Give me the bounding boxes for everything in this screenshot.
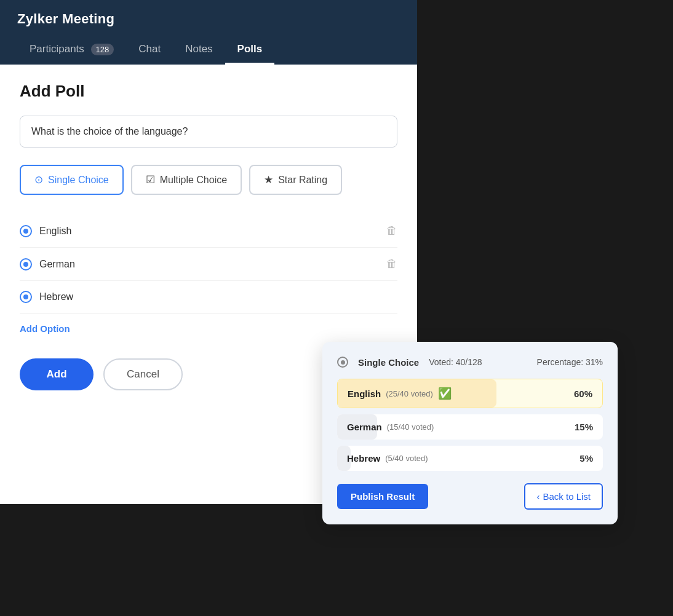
result-item-content-german: German (15/40 voted) xyxy=(347,422,568,432)
option-radio-hebrew xyxy=(20,291,32,303)
page-title: Add Poll xyxy=(20,82,397,101)
result-votes-english: (25/40 voted) xyxy=(386,389,433,398)
option-row: English 🗑 xyxy=(20,215,397,248)
publish-result-button[interactable]: Publish Result xyxy=(337,484,428,509)
option-radio-german xyxy=(20,258,32,270)
results-type-label: Single Choice xyxy=(358,357,419,368)
results-footer: Publish Result ‹ Back to List xyxy=(337,483,603,510)
poll-type-single[interactable]: ⊙ Single Choice xyxy=(20,165,124,195)
result-name-hebrew: Hebrew xyxy=(347,453,380,464)
participants-badge: 128 xyxy=(91,44,114,55)
header: Zylker Meeting Participants 128 Chat Not… xyxy=(0,0,417,65)
result-name-german: German xyxy=(347,422,382,432)
result-votes-hebrew: (5/40 voted) xyxy=(385,454,428,463)
tab-polls[interactable]: Polls xyxy=(225,37,275,65)
star-rating-icon: ★ xyxy=(264,173,273,186)
option-row: German 🗑 xyxy=(20,248,397,281)
tabs-bar: Participants 128 Chat Notes Polls xyxy=(17,37,400,65)
back-icon: ‹ xyxy=(536,491,540,502)
option-label-english: English xyxy=(39,226,379,237)
result-item-english: English (25/40 voted) ✅ 60% xyxy=(337,379,603,408)
poll-type-multiple[interactable]: ☑ Multiple Choice xyxy=(131,165,242,195)
options-list: English 🗑 German 🗑 Hebrew xyxy=(20,215,397,314)
cancel-button[interactable]: Cancel xyxy=(103,358,183,390)
result-item-content-english: English (25/40 voted) ✅ xyxy=(348,387,568,400)
tab-participants[interactable]: Participants 128 xyxy=(17,37,126,65)
delete-option-german[interactable]: 🗑 xyxy=(386,258,397,270)
question-input[interactable] xyxy=(20,116,397,148)
multiple-choice-icon: ☑ xyxy=(146,173,155,186)
option-label-hebrew: Hebrew xyxy=(39,291,397,302)
results-voted: Voted: 40/128 xyxy=(429,357,482,367)
winner-check-icon: ✅ xyxy=(438,387,452,400)
poll-types-group: ⊙ Single Choice ☑ Multiple Choice ★ Star… xyxy=(20,165,397,195)
result-pct-german: 15% xyxy=(575,422,593,432)
poll-type-star[interactable]: ★ Star Rating xyxy=(249,165,342,195)
tab-chat[interactable]: Chat xyxy=(126,37,173,65)
result-pct-english: 60% xyxy=(574,389,592,399)
results-panel: Single Choice Voted: 40/128 Percentage: … xyxy=(322,342,618,524)
add-poll-button[interactable]: Add xyxy=(20,358,94,390)
delete-option-english[interactable]: 🗑 xyxy=(386,224,397,237)
app-title: Zylker Meeting xyxy=(17,11,400,27)
result-item-content-hebrew: Hebrew (5/40 voted) xyxy=(347,453,573,464)
results-percentage: Percentage: 31% xyxy=(537,357,603,367)
single-choice-icon: ⊙ xyxy=(34,173,43,186)
option-label-german: German xyxy=(39,259,379,270)
result-name-english: English xyxy=(348,389,381,399)
option-radio-english xyxy=(20,225,32,237)
option-row: Hebrew xyxy=(20,281,397,314)
back-to-list-button[interactable]: ‹ Back to List xyxy=(524,483,603,510)
result-votes-german: (15/40 voted) xyxy=(387,422,434,432)
tab-notes[interactable]: Notes xyxy=(173,37,225,65)
result-item-hebrew: Hebrew (5/40 voted) 5% xyxy=(337,446,603,471)
results-type-icon xyxy=(337,357,348,368)
result-pct-hebrew: 5% xyxy=(579,453,593,464)
result-items: English (25/40 voted) ✅ 60% German (15/4… xyxy=(337,379,603,471)
add-option-link[interactable]: Add Option xyxy=(20,323,70,334)
result-item-german: German (15/40 voted) 15% xyxy=(337,414,603,440)
results-header: Single Choice Voted: 40/128 Percentage: … xyxy=(337,357,603,368)
